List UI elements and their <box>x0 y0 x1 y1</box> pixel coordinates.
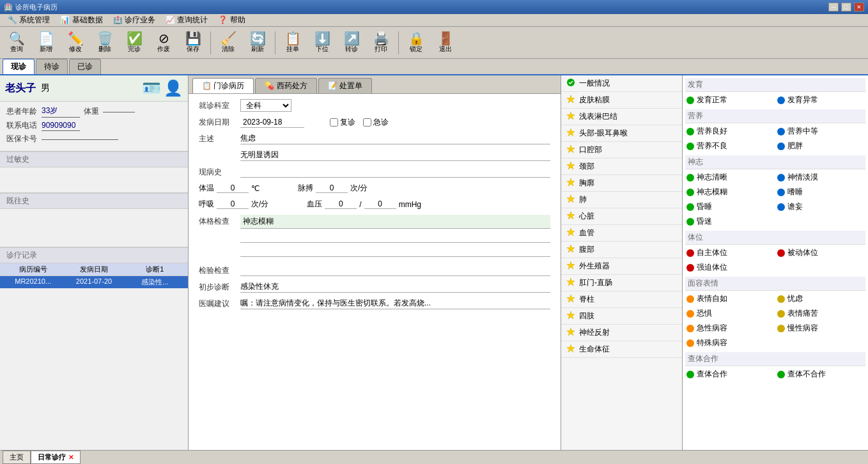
sub-tab-procedure[interactable]: 📝 处置单 <box>318 78 372 93</box>
body-system-0[interactable]: 一般情况 <box>561 75 682 92</box>
advice-row: 医嘱建议 嘱：请注意病情变化，保持与医生密切联系。若发高烧... <box>199 298 550 309</box>
body-system-5[interactable]: 颈部 <box>561 159 682 175</box>
age-row: 患者年龄 33岁 体重 <box>6 105 182 118</box>
minimize-button[interactable]: ─ <box>828 3 839 12</box>
body-system-9[interactable]: 血管 <box>561 225 682 242</box>
transfer-button[interactable]: ↗️ 转诊 <box>337 29 366 57</box>
save-icon: 💾 <box>185 32 201 45</box>
tab-home[interactable]: 主页 <box>3 451 31 464</box>
sub-tab-record[interactable]: 📋 门诊病历 <box>192 78 254 93</box>
edit-button[interactable]: ✏️ 修改 <box>61 29 89 57</box>
void-button[interactable]: ⊘ 作废 <box>150 29 178 57</box>
sub-tab-prescription[interactable]: 💊 西药处方 <box>255 78 316 93</box>
body-system-1[interactable]: 皮肤粘膜 <box>561 92 682 109</box>
exam-line2[interactable] <box>240 231 550 243</box>
exit-button[interactable]: 🚪 退出 <box>431 29 460 57</box>
exam-option-5-1[interactable]: 查体不合作 <box>776 367 865 381</box>
record-row-0[interactable]: MR20210... 2021-07-20 感染性... <box>0 276 188 288</box>
refresh-button[interactable]: 🔄 刷新 <box>244 29 272 57</box>
next-button[interactable]: ⬇️ 下位 <box>308 29 336 57</box>
query-icon: 🔍 <box>9 32 25 45</box>
menu-system[interactable]: 🔧 系统管理 <box>3 14 55 26</box>
body-system-label-0: 一般情况 <box>579 78 610 89</box>
body-system-label-15: 神经反射 <box>579 327 610 338</box>
pulse-input[interactable]: 0 <box>316 183 348 193</box>
bp-input1[interactable]: 0 <box>325 199 357 209</box>
urgent-check[interactable] <box>363 118 371 127</box>
exam-option-1-3[interactable]: 肥胖 <box>776 139 865 153</box>
complete-button[interactable]: ✅ 完诊 <box>120 29 148 57</box>
exam-option-2-4[interactable]: 昏睡 <box>685 200 775 213</box>
exam-option-4-4[interactable]: 急性病容 <box>685 321 775 335</box>
body-system-15[interactable]: 神经反射 <box>561 325 682 341</box>
exam-option-4-6[interactable]: 特殊病容 <box>685 336 775 350</box>
body-system-12[interactable]: 肛门-直肠 <box>561 275 682 291</box>
exam-option-0-1[interactable]: 发育异常 <box>776 93 865 107</box>
menu-base-data[interactable]: 📊 基础数据 <box>55 14 107 26</box>
bp-input2[interactable]: 0 <box>364 199 396 209</box>
urgent-checkbox[interactable]: 急诊 <box>363 117 389 128</box>
phone-label: 联系电话 <box>6 120 42 131</box>
print-button[interactable]: 🖨️ 打印 <box>367 29 395 57</box>
svg-marker-6 <box>567 178 575 186</box>
body-system-11[interactable]: 外生殖器 <box>561 258 682 275</box>
exam-option-2-2[interactable]: 神志模糊 <box>685 185 775 199</box>
exam-option-0-0[interactable]: 发育正常 <box>685 93 775 107</box>
menu-help[interactable]: ❓ 帮助 <box>213 14 250 26</box>
exam-option-1-0[interactable]: 营养良好 <box>685 125 775 138</box>
exam-option-4-0[interactable]: 表情自如 <box>685 292 775 305</box>
exam-option-3-2[interactable]: 强迫体位 <box>685 261 775 274</box>
exam-option-2-0[interactable]: 神志清晰 <box>685 171 775 184</box>
exam-option-1-1[interactable]: 营养中等 <box>776 125 865 138</box>
exam-option-4-5[interactable]: 慢性病容 <box>776 321 865 335</box>
exam-option-3-1[interactable]: 被动体位 <box>776 246 865 259</box>
body-system-8[interactable]: 心脏 <box>561 208 682 225</box>
body-system-6[interactable]: 胸廓 <box>561 175 682 192</box>
save-button[interactable]: 💾 保存 <box>179 29 207 57</box>
close-tab-icon[interactable]: ✕ <box>68 454 74 461</box>
tab-waiting[interactable]: 待诊 <box>36 59 68 74</box>
date-value[interactable]: 2023-09-18 <box>240 117 304 128</box>
exam-option-2-6[interactable]: 昏迷 <box>685 215 775 228</box>
exam-option-4-3[interactable]: 表情痛苦 <box>776 307 865 320</box>
exam-option-3-0[interactable]: 自主体位 <box>685 246 775 259</box>
exam-line3[interactable] <box>240 245 550 257</box>
exam-option-2-1[interactable]: 神情淡漠 <box>776 171 865 184</box>
urgent-label: 急诊 <box>373 117 389 128</box>
body-system-4[interactable]: 口腔部 <box>561 142 682 159</box>
exam-line1[interactable]: 神志模糊 <box>240 215 550 229</box>
query-button[interactable]: 🔍 查询 <box>3 29 31 57</box>
body-system-14[interactable]: 四肢 <box>561 308 682 325</box>
tab-done[interactable]: 已诊 <box>69 59 101 74</box>
dept-select[interactable]: 全科 <box>240 99 291 112</box>
exam-option-4-1[interactable]: 忧虑 <box>776 292 865 305</box>
app-icon: 🏥 <box>4 3 13 12</box>
body-system-7[interactable]: 肺 <box>561 192 682 208</box>
close-button[interactable]: ✕ <box>854 3 864 12</box>
menu-query[interactable]: 📈 查询统计 <box>160 14 213 26</box>
lock-button[interactable]: 🔒 锁定 <box>402 29 430 57</box>
body-system-10[interactable]: 腹部 <box>561 242 682 258</box>
breath-input[interactable]: 0 <box>217 199 249 209</box>
body-system-2[interactable]: 浅表淋巴结 <box>561 109 682 125</box>
revisit-checkbox[interactable]: 复诊 <box>330 117 355 128</box>
body-system-13[interactable]: 脊柱 <box>561 291 682 308</box>
exam-option-4-2[interactable]: 恐惧 <box>685 307 775 320</box>
exam-option-label-4-2: 恐惧 <box>697 308 712 319</box>
body-system-16[interactable]: 生命体征 <box>561 341 682 358</box>
exam-option-5-0[interactable]: 查体合作 <box>685 367 775 381</box>
menu-treatment[interactable]: 🏥 诊疗业务 <box>108 14 160 26</box>
exam-option-2-5[interactable]: 谵妄 <box>776 200 865 213</box>
revisit-check[interactable] <box>330 118 338 127</box>
add-button[interactable]: 📄 新增 <box>32 29 60 57</box>
exam-option-1-2[interactable]: 营养不良 <box>685 139 775 153</box>
temp-input[interactable]: 0 <box>217 183 249 193</box>
body-system-3[interactable]: 头部-眼耳鼻喉 <box>561 125 682 142</box>
maximize-button[interactable]: □ <box>841 3 851 12</box>
exam-option-2-3[interactable]: 嗜睡 <box>776 185 865 199</box>
clear-button[interactable]: 🧹 清除 <box>214 29 242 57</box>
queue-button[interactable]: 📋 挂单 <box>279 29 307 57</box>
delete-button[interactable]: 🗑️ 删除 <box>91 29 119 57</box>
tab-current[interactable]: 现诊 <box>3 59 35 74</box>
tab-daily[interactable]: 日常诊疗 ✕ <box>31 451 81 464</box>
